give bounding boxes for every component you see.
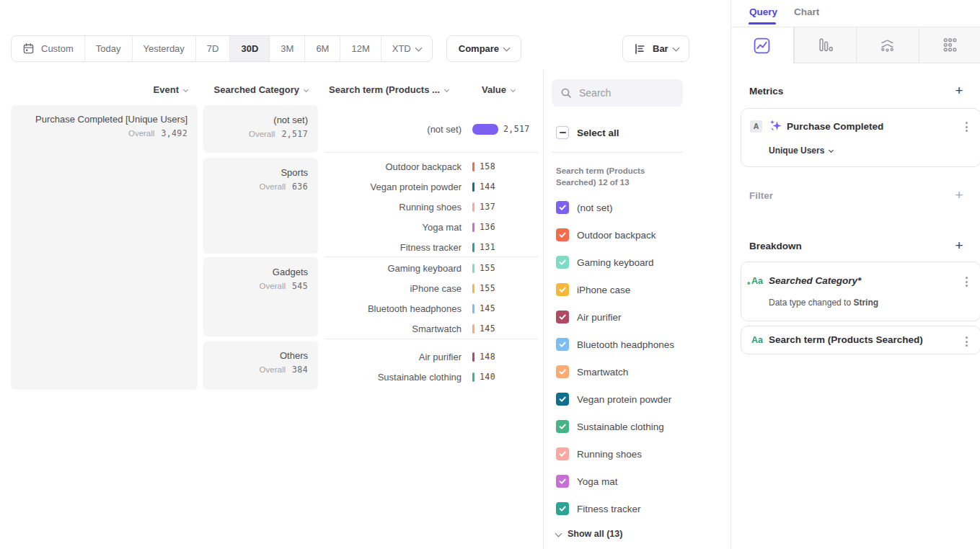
breakdown-options-kebab-icon[interactable]	[964, 335, 969, 348]
date-range-7d[interactable]: 7D	[195, 36, 230, 61]
breakdown-card-searched-category[interactable]: *Aa Searched Category* Data type changed…	[741, 262, 980, 321]
date-range-today[interactable]: Today	[84, 36, 132, 61]
breakdown-card-search-term[interactable]: Aa Search term (Products Searched)	[741, 326, 980, 354]
date-range-custom[interactable]: Custom	[12, 36, 84, 61]
column-header-value[interactable]: Value	[472, 84, 539, 96]
date-range-label: XTD	[392, 43, 411, 54]
column-header-event[interactable]: Event	[11, 84, 198, 96]
legend-item-vegan-protein-powder[interactable]: Vegan protein powder	[556, 393, 671, 406]
event-cell[interactable]: Purchase Completed [Unique Users] Overal…	[11, 105, 198, 390]
retention-dots-icon	[942, 37, 958, 53]
value-bar	[472, 372, 474, 382]
column-header-category[interactable]: Searched Category	[203, 84, 318, 96]
category-cell[interactable]: SportsOverall636	[203, 158, 318, 254]
show-all-button[interactable]: Show all (13)	[556, 529, 622, 539]
legend-item-outdoor-backpack[interactable]: Outdoor backpack	[556, 228, 656, 241]
legend-item-bluetooth-headphones[interactable]: Bluetooth headphones	[556, 338, 674, 351]
category-name: Gadgets	[213, 267, 308, 277]
select-all-checkbox[interactable]: Select all	[556, 126, 619, 139]
breakdown-property-name: Search term (Products Searched)	[769, 334, 923, 345]
date-range-6m[interactable]: 6M	[304, 36, 340, 61]
legend-item-air-purifier[interactable]: Air purifier	[556, 311, 622, 323]
term-label: Air purifier	[325, 352, 462, 362]
term-label: Yoga mat	[325, 222, 462, 233]
term-value: 136	[480, 222, 495, 232]
term-row[interactable]: Running shoes137	[325, 197, 539, 217]
date-range-12m[interactable]: 12M	[340, 36, 380, 61]
metric-card[interactable]: A Purchase Completed Unique Users	[741, 108, 980, 167]
column-header-term[interactable]: Search term (Products ...	[325, 84, 469, 96]
term-row[interactable]: Outdoor backpack158	[325, 156, 539, 177]
legend-item-fitness-tracker[interactable]: Fitness tracker	[556, 502, 641, 515]
legend-item--not-set-[interactable]: (not set)	[556, 201, 613, 214]
measure-dropdown[interactable]: Unique Users	[769, 146, 833, 156]
value-bar	[472, 284, 474, 293]
legend-item-sustainable-clothing[interactable]: Sustainable clothing	[556, 420, 664, 433]
chevron-down-icon	[511, 87, 516, 92]
term-row[interactable]: Sustainable clothing140	[325, 367, 539, 387]
value-bar	[472, 124, 498, 135]
term-label: Outdoor backpack	[325, 161, 462, 172]
measure-label: Unique Users	[769, 146, 824, 156]
event-name: Purchase Completed [Unique Users]	[21, 114, 187, 125]
category-cell[interactable]: GadgetsOverall545	[203, 257, 318, 336]
legend-item-running-shoes[interactable]: Running shoes	[556, 447, 642, 460]
legend-item-smartwatch[interactable]: Smartwatch	[556, 365, 628, 378]
category-cell[interactable]: (not set)Overall2,517	[203, 105, 318, 153]
term-row[interactable]: iPhone case155	[325, 278, 539, 298]
date-range-label: Yesterday	[144, 43, 185, 54]
category-overall-value: 2,517	[281, 129, 308, 139]
date-range-label: Custom	[41, 43, 74, 54]
breakdown-options-kebab-icon[interactable]	[964, 275, 969, 288]
insights-tab[interactable]	[731, 27, 794, 63]
value-bar	[472, 304, 474, 313]
term-value: 2,517	[503, 124, 530, 134]
value-bar	[472, 223, 474, 232]
legend-item-gaming-keyboard[interactable]: Gaming keyboard	[556, 256, 654, 269]
compare-button[interactable]: Compare	[446, 35, 521, 62]
overall-label: Overall	[260, 182, 286, 191]
term-value: 145	[480, 323, 495, 334]
legend-search-input[interactable]: Search	[552, 79, 683, 107]
flows-tab[interactable]	[856, 27, 919, 63]
category-cell[interactable]: OthersOverall384	[203, 341, 318, 390]
overall-label: Overall	[128, 129, 154, 138]
chevron-down-icon	[415, 44, 422, 51]
term-row[interactable]: Air purifier148	[325, 347, 539, 367]
legend-item-iphone-case[interactable]: iPhone case	[556, 283, 630, 296]
date-range-yesterday[interactable]: Yesterday	[132, 36, 195, 61]
funnels-tab[interactable]	[794, 27, 857, 63]
term-row[interactable]: Vegan protein powder144	[325, 177, 539, 197]
add-breakdown-button[interactable]: +	[953, 239, 966, 252]
tab-query[interactable]: Query	[749, 6, 777, 17]
add-filter-button[interactable]: +	[953, 189, 966, 202]
term-row[interactable]: Smartwatch145	[325, 318, 539, 339]
add-metric-button[interactable]: +	[953, 84, 966, 97]
tab-chart[interactable]: Chart	[794, 6, 819, 17]
value-bar	[472, 243, 474, 252]
term-value: 155	[480, 263, 495, 273]
term-label: Fitness tracker	[325, 242, 462, 253]
term-row[interactable]: Fitness tracker131	[325, 237, 539, 257]
series-legend-panel: Search Select all Search term (Products …	[543, 71, 730, 549]
checkbox-checked-icon	[556, 475, 569, 488]
legend-item-yoga-mat[interactable]: Yoga mat	[556, 475, 618, 488]
metric-event-name: Purchase Completed	[787, 121, 883, 132]
category-overall-value: 384	[292, 365, 308, 375]
term-row[interactable]: Gaming keyboard155	[325, 258, 539, 278]
legend-item-label: Sustainable clothing	[577, 421, 664, 432]
chart-style-button[interactable]: Bar	[622, 35, 689, 62]
checkbox-checked-icon	[556, 228, 569, 241]
term-label: Gaming keyboard	[325, 263, 462, 274]
header-label: Event	[154, 84, 179, 95]
date-range-3m[interactable]: 3M	[269, 36, 304, 61]
term-row[interactable]: Bluetooth headphones145	[325, 298, 539, 318]
metric-options-kebab-icon[interactable]	[964, 120, 969, 133]
term-value: 155	[480, 283, 495, 293]
term-row[interactable]: (not set)2,517	[325, 119, 539, 139]
date-range-xtd[interactable]: XTD	[381, 36, 432, 61]
term-row[interactable]: Yoga mat136	[325, 217, 539, 237]
checkbox-checked-icon	[556, 256, 569, 269]
retention-tab[interactable]	[919, 27, 980, 63]
date-range-30d[interactable]: 30D	[229, 36, 269, 61]
